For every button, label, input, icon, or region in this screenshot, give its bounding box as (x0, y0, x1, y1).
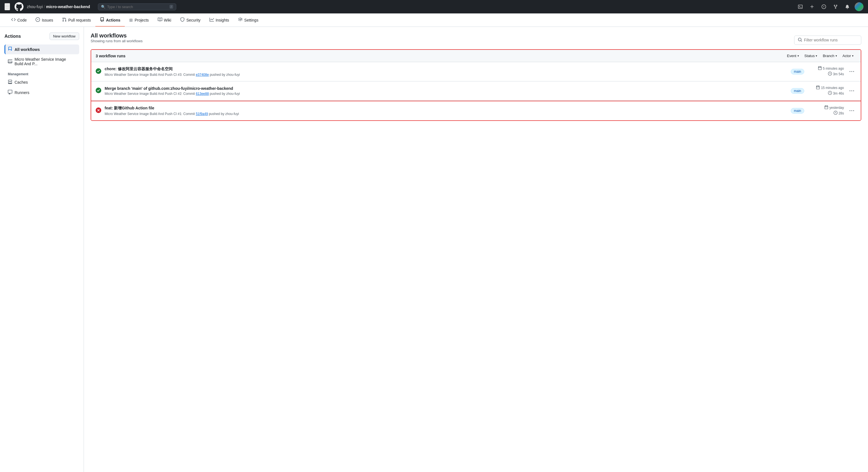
table-row[interactable]: chore: 修改阿里云容器服务中命名空间 Micro Weather Serv… (91, 62, 861, 81)
git-icon-button[interactable] (831, 2, 840, 11)
run-status-failure-icon (96, 108, 101, 114)
all-workflows-icon (8, 47, 12, 52)
management-section-label: Management (4, 69, 79, 77)
sidebar-item-micro-weather[interactable]: Micro Weather Service Image Build And P.… (4, 55, 79, 68)
run-status-success-icon (96, 68, 101, 75)
run-subtitle-prefix: Micro Weather Service Image Build And Pu… (104, 112, 195, 116)
nav-item-wiki[interactable]: Wiki (153, 13, 176, 27)
filter-status-label: Status (805, 54, 815, 58)
projects-icon: ⊞ (129, 18, 133, 23)
nav-item-security[interactable]: Security (176, 13, 205, 27)
calendar-icon (824, 105, 828, 110)
run-title-text[interactable]: chore: 修改阿里云容器服务中命名空间 (104, 67, 173, 71)
main-header: All workflows Showing runs from all work… (91, 32, 861, 48)
search-kbd: / (169, 5, 173, 9)
run-meta: yesterday 28s (808, 105, 844, 116)
runners-icon (8, 90, 12, 95)
run-subtitle: Micro Weather Service Image Build And Pu… (104, 73, 787, 77)
run-subtitle-suffix: pushed by zhou-fuyi (209, 112, 239, 116)
run-meta: 15 minutes ago 3m 46s (808, 85, 844, 96)
run-time-ago: 15 minutes ago (808, 85, 844, 90)
run-time-ago-text: 5 minutes ago (823, 67, 844, 70)
run-title: Merge branch 'main' of github.com:zhou-f… (104, 86, 787, 91)
wiki-icon (158, 17, 162, 23)
run-time-ago: yesterday (808, 105, 844, 110)
nav-item-settings[interactable]: Settings (234, 13, 263, 27)
filter-actor-button[interactable]: Actor ▾ (840, 53, 856, 59)
repo-nav: Code Issues Pull requests Actions ⊞ Proj… (0, 13, 868, 27)
run-more-button[interactable] (847, 88, 856, 94)
run-commit-link[interactable]: e37408e (196, 73, 209, 77)
run-duration-text: 3m 54s (833, 72, 844, 76)
filter-actor-label: Actor (842, 54, 851, 58)
notifications-button[interactable] (843, 2, 852, 11)
filter-search-icon (798, 37, 802, 43)
global-search[interactable]: 🔍 / (98, 3, 176, 10)
all-workflows-label: All workflows (14, 47, 40, 52)
actor-chevron-icon: ▾ (852, 54, 854, 57)
run-time-ago-text: yesterday (829, 106, 844, 110)
run-duration: 3m 46s (808, 91, 844, 96)
avatar[interactable] (855, 2, 864, 11)
github-logo (14, 2, 24, 11)
sidebar: Actions New workflow All workflows Micro… (0, 27, 84, 472)
filter-branch-button[interactable]: Branch ▾ (820, 53, 839, 59)
run-more-button[interactable] (847, 68, 856, 75)
run-duration-text: 3m 46s (833, 91, 844, 95)
issue-icon-button[interactable] (819, 2, 828, 11)
run-info: feat: 新增Github Action file Micro Weather… (104, 106, 787, 116)
run-meta: 5 minutes ago 3m 54s (808, 66, 844, 77)
filter-search-input[interactable] (804, 38, 858, 42)
workflow-count: 3 workflow runs (96, 54, 784, 58)
main-title-group: All workflows Showing runs from all work… (91, 32, 143, 48)
new-workflow-button[interactable]: New workflow (50, 32, 79, 40)
page-title: All workflows (91, 32, 143, 39)
run-time-ago-text: 15 minutes ago (821, 86, 844, 90)
run-subtitle-prefix: Micro Weather Service Image Build And Pu… (104, 92, 195, 96)
clock-icon (828, 91, 832, 96)
showing-text: Showing runs from all workflows (91, 39, 143, 43)
workflow-runs-container: 3 workflow runs Event ▾ Status ▾ Branch … (91, 49, 861, 121)
breadcrumb-user[interactable]: zhou-fuyi (27, 4, 43, 9)
breadcrumb-separator: / (44, 4, 45, 9)
sidebar-item-all-workflows[interactable]: All workflows (4, 45, 79, 54)
run-more-button[interactable] (847, 108, 856, 114)
branch-badge: main (791, 88, 804, 94)
search-input[interactable] (107, 5, 168, 9)
table-row[interactable]: feat: 新增Github Action file Micro Weather… (91, 101, 861, 120)
plus-icon-button[interactable] (808, 2, 816, 11)
filter-event-button[interactable]: Event ▾ (784, 53, 801, 59)
run-subtitle-prefix: Micro Weather Service Image Build And Pu… (104, 73, 195, 77)
filter-branch-label: Branch (823, 54, 834, 58)
table-row[interactable]: Merge branch 'main' of github.com:zhou-f… (91, 81, 861, 101)
layout: Actions New workflow All workflows Micro… (0, 27, 868, 472)
nav-item-actions[interactable]: Actions (95, 13, 125, 27)
run-time-ago: 5 minutes ago (808, 66, 844, 71)
sidebar-item-runners[interactable]: Runners (4, 88, 79, 97)
nav-item-pull-requests[interactable]: Pull requests (58, 13, 95, 27)
run-subtitle: Micro Weather Service Image Build And Pu… (104, 112, 787, 116)
clock-icon (834, 111, 838, 116)
terminal-icon-button[interactable] (796, 2, 805, 11)
workflow-icon (8, 59, 12, 64)
workflow-header: 3 workflow runs Event ▾ Status ▾ Branch … (91, 50, 861, 62)
filter-search-box[interactable] (794, 35, 861, 45)
actions-icon (100, 17, 104, 23)
nav-item-issues[interactable]: Issues (31, 13, 57, 27)
run-duration-text: 28s (839, 111, 844, 115)
sidebar-item-caches[interactable]: Caches (4, 77, 79, 87)
calendar-icon (816, 85, 820, 90)
run-title-text[interactable]: Merge branch 'main' of github.com:zhou-f… (104, 86, 233, 91)
run-commit-link[interactable]: 613ee88 (196, 92, 209, 96)
nav-item-code[interactable]: Code (7, 13, 31, 27)
workflow-item-label: Micro Weather Service Image Build And P.… (14, 57, 76, 66)
filter-status-button[interactable]: Status ▾ (802, 53, 820, 59)
run-title-text[interactable]: feat: 新增Github Action file (104, 106, 154, 111)
branch-badge: main (791, 69, 804, 75)
hamburger-menu-button[interactable]: ☰ (4, 3, 10, 10)
nav-item-projects[interactable]: ⊞ Projects (125, 14, 153, 27)
run-commit-link[interactable]: 51f9a49 (196, 112, 208, 116)
nav-item-insights[interactable]: Insights (205, 13, 234, 27)
branch-badge: main (791, 108, 804, 114)
breadcrumb-repo[interactable]: micro-weather-backend (46, 4, 90, 9)
